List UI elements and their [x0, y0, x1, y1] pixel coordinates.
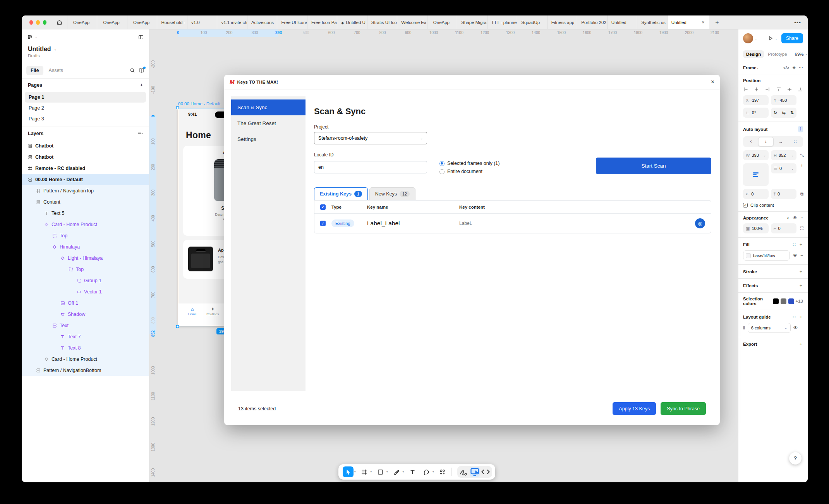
resize-icon[interactable]: ⤡ [799, 153, 805, 158]
layer-row[interactable]: Vector 1 [22, 286, 149, 297]
file-tab[interactable]: v1.1 invite ch [217, 15, 247, 29]
file-tab[interactable]: Shape Migra [457, 15, 487, 29]
flip-horizontal-icon[interactable]: ⇆ [782, 110, 785, 115]
auto-layout-active-icon[interactable]: ⦙ [798, 126, 803, 132]
keys-tab[interactable]: Existing Keys 1 [314, 187, 368, 200]
component-icon[interactable]: ◈ [793, 65, 796, 70]
file-tab[interactable]: OneApp [127, 15, 157, 29]
table-row[interactable]: ✓ Existing Label_Label LabeL ◎ [314, 214, 711, 233]
more-tabs-button[interactable]: ••• [788, 15, 808, 29]
file-tab[interactable]: SquadUp [517, 15, 547, 29]
eye-icon[interactable]: 👁 [793, 326, 798, 330]
dev-mode-icon[interactable]: </> [783, 65, 790, 70]
chevron-down-icon[interactable]: ▾ [371, 470, 372, 473]
library-icon[interactable] [139, 68, 144, 73]
text-tool[interactable] [406, 466, 419, 477]
move-tool[interactable]: ▾ [342, 466, 357, 477]
avatar[interactable] [743, 33, 753, 43]
page-item[interactable]: Page 3 [25, 113, 146, 124]
height-field[interactable]: H852⌄ [771, 150, 796, 160]
close-tab-icon[interactable]: × [701, 19, 705, 25]
color-swatch[interactable] [781, 298, 786, 304]
plugin-nav-item[interactable]: Settings [231, 131, 306, 147]
layer-row[interactable]: Chatbot [22, 151, 149, 163]
color-swatch[interactable] [773, 298, 779, 304]
layer-row[interactable]: Top [22, 264, 149, 275]
y-position-field[interactable]: Y-450 [771, 95, 796, 105]
locate-icon[interactable]: ◎ [695, 218, 705, 228]
remove-guide-icon[interactable]: − [800, 326, 803, 330]
search-icon[interactable] [130, 68, 135, 73]
add-fill-icon[interactable]: ＋ [799, 242, 803, 247]
layer-row[interactable]: Top [22, 230, 149, 241]
layer-row[interactable]: Chatbot [22, 140, 149, 151]
keys-tab[interactable]: New Keys 12 [369, 187, 415, 200]
start-scan-button[interactable]: Start Scan [596, 158, 711, 174]
align-h-center-icon[interactable] [754, 87, 759, 92]
file-tab[interactable]: OneApp [97, 15, 127, 29]
tab-design[interactable]: Design [743, 50, 764, 58]
chevron-down-icon[interactable]: ▾ [403, 470, 404, 473]
corner-radius-field[interactable]: ⌐0 [771, 223, 796, 233]
droplet-icon[interactable]: ◔ [800, 216, 803, 220]
actions-tool[interactable] [436, 466, 449, 477]
zoom-control[interactable]: 69% ⌄ [795, 52, 808, 57]
file-title[interactable]: Untitled [28, 46, 51, 53]
add-page-icon[interactable]: + [140, 82, 143, 88]
dev-mode-icon[interactable] [481, 467, 491, 477]
page-item[interactable]: Page 1 [25, 92, 146, 103]
file-tab[interactable]: Activeicons [247, 15, 277, 29]
radio-selected-frames[interactable]: Selected frames only (1) [439, 161, 499, 166]
chevron-down-icon[interactable]: ▾ [354, 470, 356, 473]
layer-row[interactable]: Pattern / NavigationTop [22, 185, 149, 196]
flow-horizontal-icon[interactable]: → [774, 137, 788, 146]
blend-mode-icon[interactable]: ◐ [787, 216, 790, 220]
pen-tool[interactable]: ▾ [390, 466, 405, 477]
flow-vertical-icon[interactable]: ↓ [758, 137, 773, 146]
shape-tool[interactable]: ▾ [374, 466, 389, 477]
file-tab[interactable]: OneApp [67, 15, 97, 29]
layer-row[interactable]: Remote - RC disabled [22, 163, 149, 174]
file-tab[interactable]: Free Icon Pa [307, 15, 337, 29]
sync-to-phrase-button[interactable]: Sync to Phrase [661, 402, 706, 415]
toggle-sidebar-icon[interactable] [138, 34, 144, 40]
project-select[interactable]: Stefans-room-of-safety ⌄ [314, 132, 427, 144]
layer-row[interactable]: Card - Home Product [22, 219, 149, 230]
tab-prototype[interactable]: Prototype [768, 52, 787, 57]
chevron-down-icon[interactable]: ⌄ [757, 66, 759, 69]
layer-row[interactable]: 00.00 Home - Default [22, 174, 149, 185]
layer-row[interactable]: Card - Home Product [22, 353, 149, 365]
select-all-checkbox[interactable]: ✓ [320, 204, 326, 210]
flip-vertical-icon[interactable]: ⇅ [790, 110, 794, 115]
styles-icon[interactable]: ∷ [793, 314, 795, 320]
selection-handle[interactable] [176, 106, 179, 109]
expand-icon[interactable]: ⛶ [799, 226, 805, 231]
file-tab[interactable]: Fitness app [548, 15, 577, 29]
locale-input[interactable]: en [314, 161, 427, 173]
comment-tool[interactable]: ▾ [420, 466, 435, 477]
individual-padding-icon[interactable]: ⧉ [799, 192, 805, 197]
flow-wrap-icon[interactable]: ∷ [788, 137, 802, 146]
share-button[interactable]: Share [781, 33, 803, 43]
layer-row[interactable]: Text 7 [22, 331, 149, 342]
home-icon[interactable] [52, 15, 67, 29]
help-button[interactable]: ? [789, 452, 802, 465]
plugin-nav-item[interactable]: The Great Reset [231, 115, 306, 131]
close-icon[interactable]: × [711, 79, 714, 86]
add-stroke-icon[interactable]: ＋ [799, 269, 803, 274]
selection-handle[interactable] [176, 325, 179, 328]
new-tab-button[interactable]: + [709, 15, 725, 29]
align-top-icon[interactable] [776, 87, 781, 92]
layer-row[interactable]: Text [22, 320, 149, 331]
file-tab[interactable]: v1.0 [187, 15, 217, 29]
align-right-icon[interactable] [765, 87, 770, 92]
add-guide-icon[interactable]: ＋ [799, 314, 803, 320]
alignment-box[interactable] [743, 163, 769, 186]
file-tab[interactable]: Portfolio 202 [577, 15, 607, 29]
horizontal-padding-field[interactable]: ⇤0 [743, 189, 769, 199]
add-effect-icon[interactable]: ＋ [799, 283, 803, 288]
layer-row[interactable]: Pattern / NavigationBottom [22, 365, 149, 376]
file-tab[interactable]: Free UI Icons [277, 15, 307, 29]
maximize-window-button[interactable] [43, 20, 46, 25]
opacity-field[interactable]: ▣100% [743, 223, 769, 233]
